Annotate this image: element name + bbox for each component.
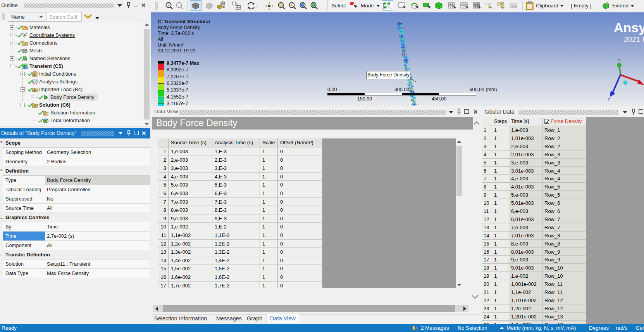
svg-text:i: i [416, 326, 417, 329]
svg-text:Abc: Abc [511, 4, 516, 7]
svg-text:T=0: T=0 [33, 74, 36, 76]
svg-text:i: i [45, 112, 46, 115]
svg-text:X,Y,Z: X,Y,Z [485, 2, 491, 5]
svg-text:Y: Y [618, 58, 621, 62]
svg-text:Z: Z [608, 97, 610, 102]
svg-text:100: 100 [498, 3, 503, 5]
